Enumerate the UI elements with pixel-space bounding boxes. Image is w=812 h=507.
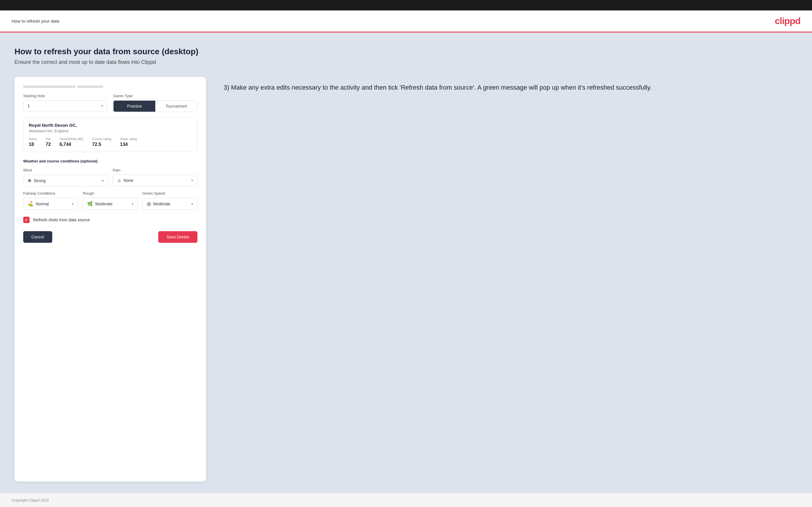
footer: Copyright Clippd 2022 bbox=[0, 493, 812, 507]
yards-value: 6,744 bbox=[59, 142, 83, 147]
course-rating-label: Course rating bbox=[92, 137, 111, 141]
green-speed-chevron-icon: ▾ bbox=[191, 202, 193, 206]
footer-text: Copyright Clippd 2022 bbox=[12, 498, 49, 502]
holes-label: Holes bbox=[29, 137, 37, 141]
chevron-down-icon: ▾ bbox=[101, 104, 103, 108]
fairway-chevron-icon: ▾ bbox=[72, 202, 74, 206]
game-type-field: Game Type Practice Tournament bbox=[113, 94, 197, 112]
green-speed-label: Green Speed bbox=[143, 191, 197, 195]
tab-partial-1 bbox=[23, 86, 75, 88]
starting-hole-value: 1 bbox=[28, 104, 101, 108]
wind-chevron-icon: ▾ bbox=[102, 179, 104, 183]
holes-value: 18 bbox=[29, 142, 37, 147]
button-row: Cancel Save Details bbox=[23, 231, 197, 243]
wind-rain-row: Wind ≋ Strong ▾ Rain ☼ None ▾ bbox=[23, 168, 197, 186]
tab-partial-2 bbox=[77, 86, 103, 88]
course-info-box: Royal North Devon GC, Westward Ho!, Engl… bbox=[23, 118, 197, 152]
rough-chevron-icon: ▾ bbox=[132, 202, 134, 206]
rain-value: None bbox=[124, 178, 191, 183]
course-stats: Holes 18 Par 72 Yards/White (M)) 6,744 C… bbox=[29, 137, 192, 147]
fairway-value: Normal bbox=[36, 202, 72, 206]
rain-icon: ☼ bbox=[117, 178, 121, 183]
cancel-button[interactable]: Cancel bbox=[23, 231, 52, 243]
game-type-buttons: Practice Tournament bbox=[113, 100, 197, 112]
refresh-checkbox[interactable] bbox=[23, 217, 30, 223]
tournament-button[interactable]: Tournament bbox=[155, 101, 197, 112]
starting-hole-label: Starting Hole bbox=[23, 94, 107, 98]
stat-slope-rating: Slope rating 134 bbox=[120, 137, 137, 147]
practice-button[interactable]: Practice bbox=[113, 101, 155, 112]
rain-select[interactable]: ☼ None ▾ bbox=[113, 175, 197, 186]
slope-rating-value: 134 bbox=[120, 142, 137, 147]
form-panel: Starting Hole 1 ▾ Game Type Practice Tou… bbox=[14, 77, 206, 482]
top-bar bbox=[0, 0, 812, 10]
green-speed-value: Moderate bbox=[153, 202, 191, 206]
rain-field: Rain ☼ None ▾ bbox=[113, 168, 197, 186]
main-content: How to refresh your data from source (de… bbox=[0, 33, 812, 493]
header: How to refresh your data clippd bbox=[0, 10, 812, 33]
yards-label: Yards/White (M)) bbox=[59, 137, 83, 141]
weather-label: Weather and course conditions (optional) bbox=[23, 159, 197, 163]
starting-hole-field: Starting Hole 1 ▾ bbox=[23, 94, 107, 112]
weather-section: Weather and course conditions (optional)… bbox=[23, 159, 197, 210]
rough-value: Moderate bbox=[95, 202, 132, 206]
rough-field: Rough 🌿 Moderate ▾ bbox=[83, 191, 138, 210]
fairway-select[interactable]: ⛳ Normal ▾ bbox=[23, 198, 78, 210]
wind-value: Strong bbox=[34, 178, 102, 183]
rain-chevron-icon: ▾ bbox=[191, 178, 193, 182]
save-button[interactable]: Save Details bbox=[158, 231, 197, 243]
par-label: Par bbox=[46, 137, 51, 141]
header-title: How to refresh your data bbox=[12, 18, 59, 23]
rough-select[interactable]: 🌿 Moderate ▾ bbox=[83, 198, 138, 210]
starting-hole-row: Starting Hole 1 ▾ Game Type Practice Tou… bbox=[23, 94, 197, 112]
logo: clippd bbox=[775, 16, 800, 26]
rain-label: Rain bbox=[113, 168, 197, 172]
refresh-checkbox-row[interactable]: Refresh shots from data source bbox=[23, 217, 197, 223]
par-value: 72 bbox=[46, 142, 51, 147]
wind-field: Wind ≋ Strong ▾ bbox=[23, 168, 108, 186]
wind-icon: ≋ bbox=[28, 178, 31, 183]
right-panel: 3) Make any extra edits necessary to the… bbox=[223, 77, 798, 482]
stat-holes: Holes 18 bbox=[29, 137, 37, 147]
course-location: Westward Ho!, England bbox=[29, 129, 192, 133]
instruction-text: 3) Make any extra edits necessary to the… bbox=[223, 83, 798, 93]
green-speed-icon: ◎ bbox=[147, 201, 151, 207]
course-name: Royal North Devon GC, bbox=[29, 123, 192, 128]
starting-hole-select[interactable]: 1 ▾ bbox=[23, 100, 107, 111]
wind-label: Wind bbox=[23, 168, 108, 172]
rough-icon: 🌿 bbox=[87, 201, 93, 207]
page-subheading: Ensure the correct and most up to date d… bbox=[14, 59, 798, 65]
stat-par: Par 72 bbox=[46, 137, 51, 147]
fairway-field: Fairway Conditions ⛳ Normal ▾ bbox=[23, 191, 78, 210]
green-speed-select[interactable]: ◎ Moderate ▾ bbox=[143, 198, 197, 210]
stat-yards: Yards/White (M)) 6,744 bbox=[59, 137, 83, 147]
course-rating-value: 72.5 bbox=[92, 142, 111, 147]
stat-course-rating: Course rating 72.5 bbox=[92, 137, 111, 147]
slope-rating-label: Slope rating bbox=[120, 137, 137, 141]
game-type-label: Game Type bbox=[113, 94, 197, 98]
green-speed-field: Green Speed ◎ Moderate ▾ bbox=[143, 191, 197, 210]
page-heading: How to refresh your data from source (de… bbox=[14, 47, 798, 56]
wind-select[interactable]: ≋ Strong ▾ bbox=[23, 175, 108, 186]
refresh-label: Refresh shots from data source bbox=[33, 218, 90, 222]
partial-tabs bbox=[23, 86, 197, 88]
conditions-grid: Fairway Conditions ⛳ Normal ▾ Rough 🌿 Mo… bbox=[23, 191, 197, 210]
fairway-label: Fairway Conditions bbox=[23, 191, 78, 195]
rough-label: Rough bbox=[83, 191, 138, 195]
fairway-icon: ⛳ bbox=[28, 201, 33, 207]
content-area: Starting Hole 1 ▾ Game Type Practice Tou… bbox=[14, 77, 798, 482]
